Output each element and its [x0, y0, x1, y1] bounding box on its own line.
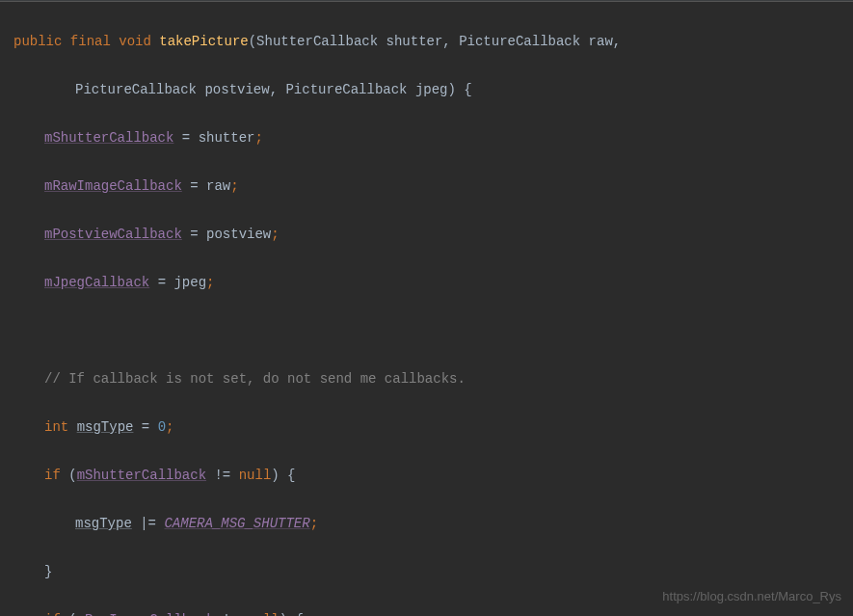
keyword-if: if: [44, 468, 61, 483]
constant-ref: CAMERA_MSG_SHUTTER: [164, 516, 309, 531]
field-ref: mRawImageCallback: [44, 178, 182, 194]
code-line: PictureCallback postview, PictureCallbac…: [13, 78, 853, 102]
var-ref: postview: [206, 227, 271, 242]
code-line: public final void takePicture(ShutterCal…: [13, 30, 853, 54]
keyword-int: int: [44, 419, 68, 435]
code-line: mRawImageCallback = raw;: [13, 174, 853, 199]
param-name: raw: [589, 34, 613, 49]
param-type: ShutterCallback: [256, 34, 378, 49]
watermark-text: https://blog.csdn.net/Marco_Rys: [662, 584, 841, 608]
code-line: mJpegCallback = jpeg;: [13, 271, 853, 295]
field-ref: mShutterCallback: [44, 130, 173, 146]
method-name: takePicture: [159, 34, 248, 49]
keyword-null: null: [239, 468, 272, 483]
local-var: msgType: [75, 516, 132, 531]
code-line: int msgType = 0;: [13, 415, 853, 440]
code-editor[interactable]: public final void takePicture(ShutterCal…: [0, 2, 853, 616]
blank-line: [13, 319, 853, 343]
param-type: PictureCallback: [285, 82, 407, 97]
code-line: if (mShutterCallback != null) {: [13, 464, 853, 488]
keyword-null: null: [247, 612, 280, 616]
code-line: if (mRawImageCallback != null) {: [13, 608, 853, 616]
var-ref: jpeg: [173, 275, 206, 290]
local-var: msgType: [77, 419, 134, 435]
param-type: PictureCallback: [75, 82, 197, 97]
comment: // If callback is not set, do not send m…: [44, 371, 466, 387]
keyword-void: void: [119, 34, 151, 49]
var-ref: raw: [206, 178, 230, 194]
param-name: shutter: [387, 34, 443, 49]
param-name: postview: [204, 82, 269, 97]
keyword-if: if: [44, 612, 61, 616]
field-ref: mPostviewCallback: [44, 227, 182, 242]
field-ref: mJpegCallback: [44, 275, 149, 290]
code-line: mPostviewCallback = postview;: [13, 223, 853, 247]
field-ref: mShutterCallback: [77, 468, 206, 483]
param-name: jpeg: [415, 82, 448, 97]
code-line: }: [13, 560, 853, 584]
keyword-final: final: [70, 34, 111, 49]
number-literal: 0: [158, 419, 166, 435]
code-line: // If callback is not set, do not send m…: [13, 367, 853, 391]
keyword-public: public: [13, 34, 62, 49]
paren-open: (: [249, 34, 256, 49]
code-line: mShutterCallback = shutter;: [13, 126, 853, 150]
code-line: msgType |= CAMERA_MSG_SHUTTER;: [13, 512, 853, 536]
field-ref: mRawImageCallback: [77, 612, 215, 616]
var-ref: shutter: [199, 130, 255, 146]
param-type: PictureCallback: [459, 34, 580, 49]
